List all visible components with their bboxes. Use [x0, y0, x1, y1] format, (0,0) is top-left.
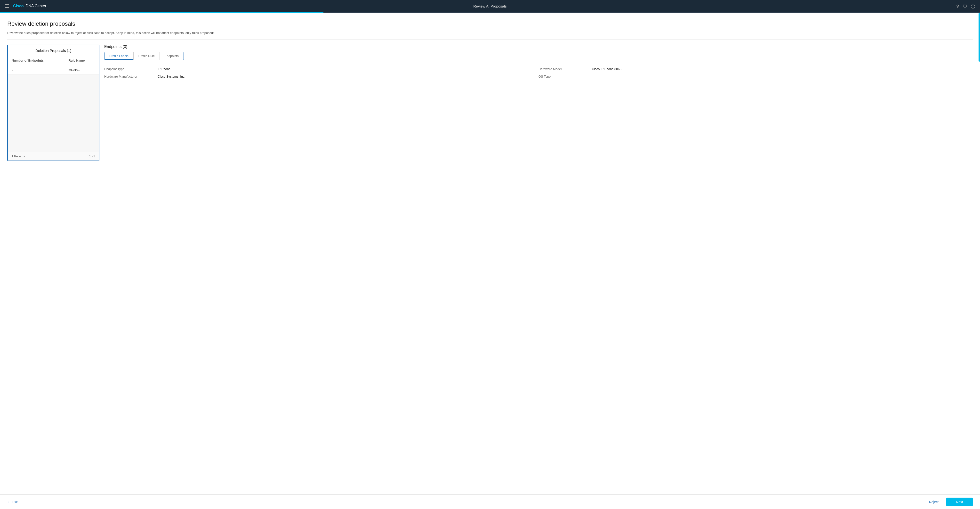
tab-profile-labels[interactable]: Profile Labels — [105, 52, 134, 60]
detail-label: Hardware Manufacturer — [104, 75, 153, 78]
col-rule-name: Rule Name — [65, 56, 99, 65]
cell-endpoints: 0 — [8, 65, 65, 75]
page-description: Review the rules proposed for deletion b… — [7, 31, 973, 40]
user-icon[interactable]: ◯ — [971, 4, 975, 8]
nav-title: Review AI Proposals — [473, 4, 507, 8]
nav-icons: ⚲ ⓘ ◯ — [956, 4, 975, 9]
help-icon[interactable]: ⓘ — [963, 4, 967, 9]
cell-rule-name: ML0101 — [65, 65, 99, 75]
pagination-info: 1 - 1 — [89, 155, 95, 158]
records-count: 1 Records — [12, 155, 25, 158]
detail-value: IP Phone — [158, 67, 534, 71]
col-endpoints: Number of Endpoints — [8, 56, 65, 65]
detail-label: Endpoint Type — [104, 67, 153, 71]
cisco-brand: Cisco — [13, 4, 24, 8]
deletion-proposals-header: Deletion Proposals (1) — [8, 45, 99, 56]
top-nav: Cisco DNA Center Review AI Proposals ⚲ ⓘ… — [0, 0, 980, 12]
detail-tabs: Profile LabelsProfile RuleEndpoints — [104, 52, 184, 60]
search-icon[interactable]: ⚲ — [956, 4, 959, 8]
details-grid: Endpoint TypeIP PhoneHardware ModelCisco… — [104, 65, 968, 81]
proposals-table: Number of Endpoints Rule Name 0ML0101 — [8, 56, 99, 75]
detail-value: Cisco IP Phone 8865 — [592, 67, 968, 71]
hamburger-menu[interactable] — [5, 4, 9, 8]
content-layout: Deletion Proposals (1) Number of Endpoin… — [7, 45, 973, 161]
detail-value: Cisco Systems, Inc. — [158, 75, 534, 78]
detail-value: - — [592, 75, 968, 78]
endpoints-title: Endpoints (0) — [104, 45, 968, 49]
proposals-footer: 1 Records 1 - 1 — [8, 152, 99, 161]
tab-endpoints[interactable]: Endpoints — [160, 52, 183, 60]
right-panel: Endpoints (0) Profile LabelsProfile Rule… — [99, 45, 973, 81]
detail-label: Hardware Model — [538, 67, 587, 71]
main-content: Review deletion proposals Review the rul… — [0, 13, 980, 495]
scrollbar-indicator[interactable] — [978, 13, 980, 62]
tab-profile-rule[interactable]: Profile Rule — [134, 52, 160, 60]
product-name: DNA Center — [26, 4, 46, 8]
page-title: Review deletion proposals — [7, 21, 973, 27]
deletion-proposals-panel: Deletion Proposals (1) Number of Endpoin… — [7, 45, 99, 161]
table-row[interactable]: 0ML0101 — [8, 65, 99, 75]
detail-label: OS Type — [538, 75, 587, 78]
app-logo: Cisco DNA Center — [13, 4, 46, 8]
